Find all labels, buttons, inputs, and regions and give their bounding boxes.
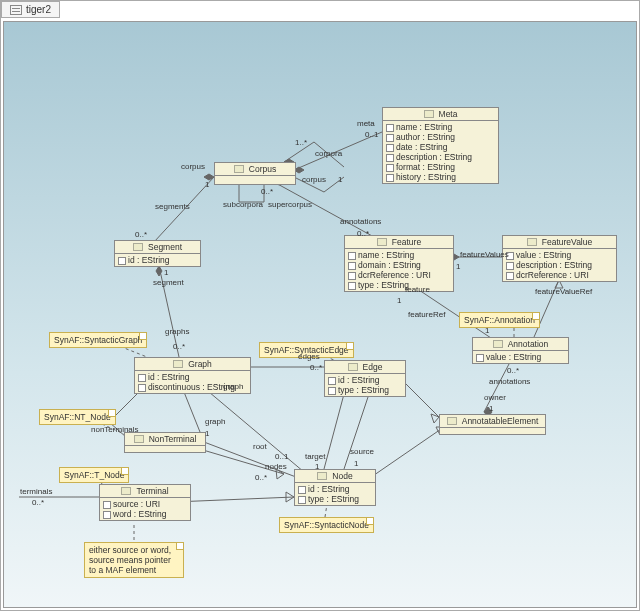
label-one3: 1 [163,268,169,277]
label-one: 1 [337,175,343,184]
label-nodes: nodes [264,462,288,471]
class-icon [317,472,327,480]
class-icon [121,487,131,495]
tab-label: tiger2 [26,4,51,15]
svg-line-24 [364,427,444,482]
note-terminal: either source or word, source means poin… [84,542,184,578]
svg-line-17 [209,392,304,472]
class-icon [133,243,143,251]
svg-marker-23 [431,414,439,423]
label-corpora: corpora [314,149,343,158]
attr: format : EString [386,162,495,172]
attr: value : EString [476,352,565,362]
attr: value : EString [506,250,613,260]
label-1s: 1..* [294,138,308,147]
class-node[interactable]: Node id : EStringtype : EString [294,469,376,506]
attrs-segment: id : EString [115,254,200,266]
class-corpus[interactable]: Corpus [214,162,296,185]
label-zs1: 0..* [134,230,148,239]
label-zs5: 0..* [31,498,45,507]
label-segment: segment [152,278,185,287]
class-feature[interactable]: Feature name : EStringdomain : EStringdc… [344,235,454,292]
label-supercorpus: supercorpus [267,200,313,209]
class-icon [234,165,244,173]
label-feature: feature [404,285,431,294]
attrs-annotation: value : EString [473,351,568,363]
class-icon [377,238,387,246]
attr: id : EString [118,255,197,265]
label-graph2: graph [204,417,226,426]
label-featurevalues: featureValues [459,250,510,259]
class-icon [527,238,537,246]
class-meta[interactable]: Meta name : EStringauthor : EStringdate … [382,107,499,184]
attrs-node: id : EStringtype : EString [295,483,375,505]
label-graph: graph [222,382,244,391]
attrs-edge: id : EStringtype : EString [325,374,405,396]
attrs-featurevalue: value : EStringdescription : EStringdcrR… [503,249,616,281]
class-edge[interactable]: Edge id : EStringtype : EString [324,360,406,397]
label-root: root [252,442,268,451]
class-annotatable[interactable]: AnnotatableElement [439,414,546,435]
class-terminal[interactable]: Terminal source : URIword : EString [99,484,191,521]
label-one-fv: 1 [455,262,461,271]
label-featureref: featureRef [407,310,446,319]
label-graphs: graphs [164,327,190,336]
svg-line-19 [344,394,369,469]
label-meta: meta [356,119,376,128]
attrs-meta: name : EStringauthor : EStringdate : ESt… [383,121,498,183]
label-01: 0..1 [364,130,379,139]
attr: type : EString [348,280,450,290]
label-zs2: 0..* [356,229,370,238]
label-annotations2: annotations [488,377,531,386]
window: tiger2 [0,0,640,611]
label-annotations: annotations [339,217,382,226]
label-one-graph: 1 [204,429,210,438]
label-one-source: 1 [353,459,359,468]
note-synaf-tnode: SynAF::T_Node [59,467,129,483]
label-terminals: terminals [19,487,53,496]
attr: dcrReference : URI [348,270,450,280]
class-nonterminal[interactable]: NonTerminal [124,432,206,453]
canvas[interactable]: Meta name : EStringauthor : EStringdate … [3,21,637,608]
label-zs4: 0..* [309,363,323,372]
label-one2: 1 [204,180,210,189]
label-corpus: corpus [301,175,327,184]
tab-tiger2[interactable]: tiger2 [1,1,60,18]
class-featurevalue[interactable]: FeatureValue value : EStringdescription … [502,235,617,282]
note-synaf-graph: SynAF::SyntacticGraph [49,332,147,348]
attr: word : EString [103,509,187,519]
attr: id : EString [328,375,402,385]
label-subcorpora: subcorpora [222,200,264,209]
note-synaf-ntnode: SynAF::NT_Node [39,409,116,425]
label-target: target [304,452,326,461]
class-annotation[interactable]: Annotation value : EString [472,337,569,364]
label-featurevalueref: featureValueRef [534,287,593,296]
class-icon [447,417,457,425]
attr: description : EString [506,260,613,270]
label-owner: owner [483,393,507,402]
label-one-owner: 1 [488,404,494,413]
attrs-terminal: source : URIword : EString [100,498,190,520]
attrs-feature: name : EStringdomain : EStringdcrReferen… [345,249,453,291]
note-synaf-node: SynAF::SyntacticNode [279,517,374,533]
label-r01: 0..1 [274,452,289,461]
attr: type : EString [298,494,372,504]
note-synaf-annot: SynAF::Annotation [459,312,540,328]
attr: description : EString [386,152,495,162]
svg-marker-14 [156,266,162,276]
label-source: source [349,447,375,456]
attr: name : EString [348,250,450,260]
attr: domain : EString [348,260,450,270]
attr: id : EString [138,372,247,382]
attr: author : EString [386,132,495,142]
label-nonterminals: nonTerminals [90,425,140,434]
attr: date : EString [386,142,495,152]
class-segment[interactable]: Segment id : EString [114,240,201,267]
label-one-fref: 1 [484,326,490,335]
label-one-target: 1 [314,462,320,471]
attr: history : EString [386,172,495,182]
attr: name : EString [386,122,495,132]
label-zs-sub: 0..* [260,187,274,196]
attr: source : URI [103,499,187,509]
label-segments: segments [154,202,191,211]
